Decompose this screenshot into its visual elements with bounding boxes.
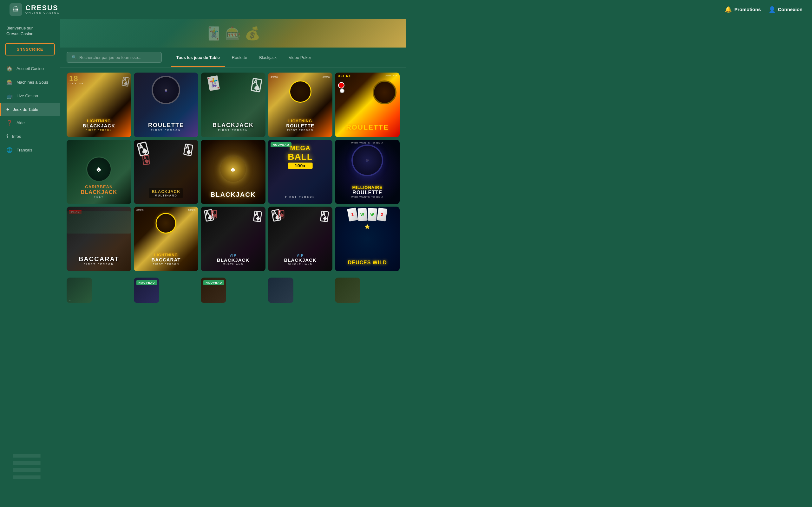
sidebar-item-accueil-label: Accueil Casino: [16, 66, 44, 71]
sidebar-item-accueil[interactable]: 🏠 Accueil Casino: [0, 62, 60, 75]
banner: 🃏 🎰 💰: [60, 19, 406, 48]
game-card-bj-multihand-img: 🂡 🃁 🂱 BLACKJACK MULTIHAND: [134, 140, 199, 205]
tab-all-games[interactable]: Tous les jeux de Table: [171, 53, 225, 62]
main-content: 🃏 🎰 💰 🔍 Tous les jeux de Table Roulette …: [60, 19, 406, 308]
game-card-vip-bj-single-img: 🂡 🃁 🂱 VIP BLACKJACK SINGLE HAND: [268, 207, 333, 271]
game-card-lightning-bj[interactable]: 18 15x ▲ 25x 🂡 LIGHTNING BLACKJACK FIRST…: [67, 72, 131, 137]
game-card-placeholder-3[interactable]: NOUVEAU: [201, 278, 226, 303]
logo-main: CRESUS: [26, 4, 60, 11]
game-card-placeholder-2[interactable]: NOUVEAU: [134, 278, 159, 303]
game-card-blackjack-gold-img: ♠ BLACKJACK: [201, 140, 265, 205]
sidebar-item-live-label: Live Casino: [16, 94, 38, 98]
active-bar: [0, 103, 1, 116]
games-container: 18 15x ▲ 25x 🂡 LIGHTNING BLACKJACK FIRST…: [60, 67, 406, 308]
sidebar-nav: 🏠 Accueil Casino 🎰 Machines à Sous 📺 Liv…: [0, 62, 60, 308]
sidebar-item-machines[interactable]: 🎰 Machines à Sous: [0, 75, 60, 89]
game-card-roulette-fp-img: 🎡 ROULETTE FIRST PERSON: [134, 72, 199, 137]
game-card-baccarat-fp[interactable]: PLAY BACCARAT FIRST PERSON: [67, 207, 131, 271]
game-card-placeholder-4[interactable]: [268, 278, 293, 303]
game-card-millionaire-roulette-img: WHO WANTS TO BE A 🎡 MILLIONAIRE ROULETTE…: [335, 140, 400, 205]
logo-sub: ONLINE CASINO: [26, 11, 60, 14]
filter-bar: 🔍 Tous les jeux de Table Roulette Blackj…: [60, 48, 406, 67]
game-card-vip-bj-multi[interactable]: 🂡 🃁 🂱 VIP BLACKJACK MULTIHAND: [201, 207, 265, 271]
badge-nouveau-2: NOUVEAU: [136, 280, 157, 285]
logo[interactable]: 🏛 CRESUS ONLINE CASINO: [9, 3, 60, 16]
table-icon: ♠: [6, 107, 9, 112]
tab-roulette[interactable]: Roulette: [227, 53, 252, 62]
game-card-lightning-bacc[interactable]: 300x 500x LIGHTNING BACCARAT FIRST PERSO…: [134, 207, 199, 271]
tab-video-poker[interactable]: Video Poker: [284, 53, 316, 62]
game-card-caribbean-bj-img: ♠ CARIBBEAN BLACKJACK FELT: [67, 140, 131, 205]
game-card-lightning-bj-img: 18 15x ▲ 25x 🂡 LIGHTNING BLACKJACK FIRST…: [67, 72, 131, 137]
live-icon: 📺: [6, 93, 13, 99]
games-grid-row4: ... NOUVEAU NOUVEAU: [67, 278, 400, 303]
sidebar: Bienvenue sur Cresus Casino S'INSCRIRE 🏠…: [0, 19, 60, 308]
filter-tabs: Tous les jeux de Table Roulette Blackjac…: [171, 53, 316, 62]
game-card-deuces-wild[interactable]: 2 W W 2 ⭐ DEUCES WILD: [335, 207, 400, 271]
logo-text: CRESUS ONLINE CASINO: [26, 4, 60, 14]
sidebar-item-live[interactable]: 📺 Live Casino: [0, 89, 60, 103]
info-icon: ℹ: [6, 133, 8, 139]
game-card-placeholder-1[interactable]: ...: [67, 278, 92, 303]
game-card-placeholder-5[interactable]: [335, 278, 360, 303]
sidebar-item-jeux-table[interactable]: ♠ Jeux de Table: [0, 103, 60, 116]
game-card-millionaire-roulette[interactable]: WHO WANTS TO BE A 🎡 MILLIONAIRE ROULETTE…: [335, 140, 400, 205]
game-card-baccarat-fp-img: PLAY BACCARAT FIRST PERSON: [67, 207, 131, 271]
game-card-lightning-roulette-img: 300x 300x LIGHTNING ROULETTE FIRST PERSO…: [268, 72, 333, 137]
sidebar-item-aide-label: Aide: [16, 120, 25, 125]
game-card-roulette-fp[interactable]: 🎡 ROULETTE FIRST PERSON: [134, 72, 199, 137]
help-icon: ❓: [6, 120, 13, 126]
badge-nouveau-3: NOUVEAU: [203, 280, 224, 285]
game-card-blackjack-fp-img: 🃏 🂡 BLACKJACK FIRST PERSON: [201, 72, 265, 137]
game-card-caribbean-bj[interactable]: ♠ CARIBBEAN BLACKJACK FELT: [67, 140, 131, 205]
sidebar-item-francais-label: Français: [16, 148, 32, 153]
games-grid: 18 15x ▲ 25x 🂡 LIGHTNING BLACKJACK FIRST…: [67, 72, 400, 271]
home-icon: 🏠: [6, 66, 13, 72]
language-icon: 🌐: [6, 147, 13, 153]
sidebar-item-machines-label: Machines à Sous: [16, 80, 48, 84]
game-card-blackjack-gold[interactable]: ♠ BLACKJACK: [201, 140, 265, 205]
game-card-vip-bj-single[interactable]: 🂡 🃁 🂱 VIP BLACKJACK SINGLE HAND: [268, 207, 333, 271]
search-input[interactable]: [79, 55, 157, 60]
search-icon: 🔍: [71, 55, 77, 60]
tab-blackjack[interactable]: Blackjack: [254, 53, 282, 62]
sidebar-item-infos[interactable]: ℹ Infos: [0, 130, 60, 143]
game-card-deuces-wild-img: 2 W W 2 ⭐ DEUCES WILD: [335, 207, 400, 271]
register-button[interactable]: S'INSCRIRE: [5, 43, 55, 55]
game-card-vip-bj-multi-img: 🂡 🃁 🂱 VIP BLACKJACK MULTIHAND: [201, 207, 265, 271]
slots-icon: 🎰: [6, 79, 13, 85]
sidebar-item-francais[interactable]: 🌐 Français: [0, 143, 60, 157]
game-card-relax-roulette[interactable]: RELAX GAMING ROULETTE: [335, 72, 400, 137]
game-card-blackjack-fp[interactable]: 🃏 🂡 BLACKJACK FIRST PERSON: [201, 72, 265, 137]
game-card-lightning-bacc-img: 300x 500x LIGHTNING BACCARAT FIRST PERSO…: [134, 207, 199, 271]
sidebar-item-aide[interactable]: ❓ Aide: [0, 116, 60, 130]
game-card-bj-multihand[interactable]: 🂡 🃁 🂱 BLACKJACK MULTIHAND: [134, 140, 199, 205]
game-card-relax-roulette-img: RELAX GAMING ROULETTE: [335, 72, 400, 137]
game-card-lightning-roulette[interactable]: 300x 300x LIGHTNING ROULETTE FIRST PERSO…: [268, 72, 333, 137]
sidebar-item-jeux-table-label: Jeux de Table: [13, 107, 38, 112]
search-box[interactable]: 🔍: [67, 52, 162, 63]
logo-icon: 🏛: [9, 3, 22, 16]
game-card-mega-ball-img: MEGA BALL 100x FIRST PERSON: [268, 140, 333, 205]
sidebar-welcome: Bienvenue sur Cresus Casino: [0, 25, 60, 43]
sidebar-item-infos-label: Infos: [12, 134, 21, 139]
game-card-mega-ball[interactable]: NOUVEAU MEGA BALL 100x FIRST PERSON: [268, 140, 333, 205]
header: 🏛 CRESUS ONLINE CASINO 🔔 Promotions 👤 Co…: [0, 0, 406, 19]
